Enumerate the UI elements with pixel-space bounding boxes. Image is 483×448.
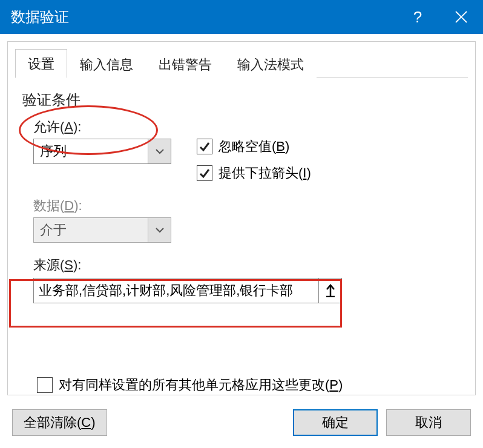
allow-select[interactable]: 序列 <box>33 139 171 164</box>
check-icon <box>199 140 211 153</box>
ignore-blank-checkbox[interactable]: 忽略空值(B) <box>197 137 311 156</box>
range-icon <box>325 284 336 297</box>
source-row: 来源(S): <box>33 256 461 303</box>
source-input-wrap <box>33 278 342 303</box>
data-select: 介于 <box>33 217 171 243</box>
allow-label: 允许(A): <box>33 118 185 136</box>
in-cell-dropdown-checkbox[interactable]: 提供下拉箭头(I) <box>197 164 311 182</box>
chevron-down-icon <box>156 227 164 233</box>
clear-all-button[interactable]: 全部清除(C) <box>12 409 107 436</box>
checkbox-icon <box>197 139 212 154</box>
dialog-title: 数据验证 <box>11 7 396 27</box>
tab-settings[interactable]: 设置 <box>15 49 67 78</box>
chevron-down-icon <box>156 148 164 154</box>
criteria-label: 验证条件 <box>22 90 461 110</box>
tab-ime-mode[interactable]: 输入法模式 <box>225 49 317 78</box>
cancel-button[interactable]: 取消 <box>386 409 471 436</box>
apply-all-checkbox[interactable]: 对有同样设置的所有其他单元格应用这些更改(P) <box>37 376 461 394</box>
data-label: 数据(D): <box>33 197 185 215</box>
tab-input-message[interactable]: 输入信息 <box>67 49 146 78</box>
dialog-footer: 全部清除(C) 确定 取消 <box>7 409 476 436</box>
check-icon <box>199 167 211 179</box>
data-select-arrow <box>148 218 171 242</box>
checkbox-icon <box>37 377 53 393</box>
source-input[interactable] <box>34 278 318 303</box>
data-row: 数据(D): 介于 <box>33 197 461 243</box>
help-button[interactable]: ? <box>396 0 439 34</box>
titlebar-buttons: ? <box>396 0 483 34</box>
close-icon <box>455 10 468 24</box>
titlebar: 数据验证 ? <box>0 0 483 34</box>
close-button[interactable] <box>439 0 483 34</box>
tab-error-alert[interactable]: 出错警告 <box>146 49 225 78</box>
tab-content: 验证条件 允许(A): 序列 忽略空值(B) <box>8 78 475 394</box>
range-selector-button[interactable] <box>318 278 341 303</box>
dialog-body: 设置 输入信息 出错警告 输入法模式 验证条件 允许(A): 序列 <box>7 41 476 395</box>
tab-bar: 设置 输入信息 出错警告 输入法模式 <box>15 49 468 78</box>
allow-select-arrow[interactable] <box>148 139 171 163</box>
checkbox-icon <box>197 165 212 181</box>
ok-button[interactable]: 确定 <box>293 409 378 436</box>
allow-row: 允许(A): 序列 忽略空值(B) <box>33 118 461 191</box>
source-label: 来源(S): <box>33 256 461 274</box>
